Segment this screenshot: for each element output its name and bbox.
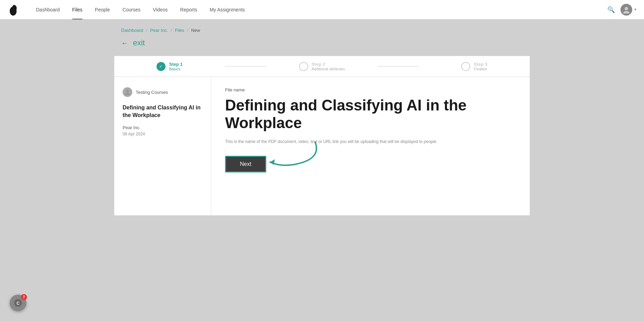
nav-reports[interactable]: Reports	[174, 0, 203, 19]
preview-date: 08 Apr 2024	[123, 132, 203, 136]
user-name: Testing Courses	[136, 90, 168, 95]
step-3: Step 3 Finalise	[419, 62, 530, 71]
nav-dashboard[interactable]: Dashboard	[30, 0, 66, 19]
step-2-label: Step 2	[312, 62, 345, 67]
nav-my-assignments[interactable]: My Assignments	[203, 0, 251, 19]
user-preview: Testing Courses	[123, 87, 203, 97]
step-3-sublabel: Finalise	[474, 67, 487, 71]
svg-point-4	[126, 90, 129, 92]
nav-people[interactable]: People	[89, 0, 116, 19]
svg-text:C: C	[17, 301, 20, 306]
step-3-label: Step 3	[474, 62, 487, 67]
step-1-text: Step 1 Basics	[169, 62, 182, 71]
right-panel: File name Defining and Classifying AI in…	[211, 77, 530, 215]
exit-header: ← exit	[114, 38, 530, 47]
step-3-text: Step 3 Finalise	[474, 62, 487, 71]
breadcrumb-new: New	[191, 28, 200, 33]
breadcrumb-files[interactable]: Files	[175, 28, 184, 33]
breadcrumb-sep-2: /	[171, 28, 172, 33]
preview-org: Pear Inc.	[123, 125, 203, 130]
search-icon[interactable]: 🔍	[607, 6, 615, 14]
back-arrow-icon[interactable]: ←	[121, 39, 128, 47]
page-content: Dashboard / Pear Inc. / Files / New ← ex…	[114, 19, 530, 215]
avatar[interactable]	[620, 4, 632, 16]
avatar-caret[interactable]: ▼	[634, 8, 637, 11]
step-1-label: Step 1	[169, 62, 182, 67]
breadcrumb-dashboard[interactable]: Dashboard	[121, 28, 143, 33]
nav-links: Dashboard Files People Courses Videos Re…	[30, 0, 607, 19]
step-1-sublabel: Basics	[169, 67, 182, 71]
next-btn-area: Next	[225, 156, 516, 172]
step-2: Step 2 Additional attributes	[267, 62, 377, 71]
field-label: File name	[225, 87, 516, 92]
svg-point-2	[625, 7, 628, 10]
app-logo[interactable]	[7, 3, 19, 16]
nav-files[interactable]: Files	[66, 0, 89, 19]
step-3-icon	[461, 62, 470, 71]
step-2-sublabel: Additional attributes	[312, 67, 345, 71]
next-button[interactable]: Next	[225, 156, 266, 172]
step-1: ✓ Step 1 Basics	[114, 62, 225, 71]
form-body: Testing Courses Defining and Classifying…	[114, 77, 530, 215]
arrow-annotation	[267, 139, 322, 173]
svg-point-5	[125, 93, 130, 95]
breadcrumb-sep-3: /	[187, 28, 188, 33]
file-name-display: Defining and Classifying AI in the Workp…	[225, 97, 516, 132]
step-divider-2	[377, 66, 419, 66]
step-progress: ✓ Step 1 Basics Step 2 Additional attrib…	[114, 56, 530, 77]
left-panel: Testing Courses Defining and Classifying…	[114, 77, 211, 215]
nav-videos[interactable]: Videos	[147, 0, 174, 19]
notification-badge[interactable]: C 7	[10, 295, 26, 311]
step-2-text: Step 2 Additional attributes	[312, 62, 345, 71]
user-avatar	[123, 87, 132, 97]
notification-count: 7	[21, 294, 27, 300]
exit-label[interactable]: exit	[133, 38, 145, 47]
step-divider-1	[225, 66, 267, 66]
breadcrumb-org[interactable]: Pear Inc.	[150, 28, 168, 33]
breadcrumb: Dashboard / Pear Inc. / Files / New	[114, 28, 530, 33]
step-2-icon	[299, 62, 308, 71]
nav-courses[interactable]: Courses	[116, 0, 147, 19]
svg-point-3	[623, 11, 629, 14]
main-nav: Dashboard Files People Courses Videos Re…	[0, 0, 644, 19]
preview-file-title: Defining and Classifying AI in the Workp…	[123, 104, 203, 119]
breadcrumb-sep-1: /	[146, 28, 147, 33]
step-1-icon: ✓	[156, 62, 166, 71]
